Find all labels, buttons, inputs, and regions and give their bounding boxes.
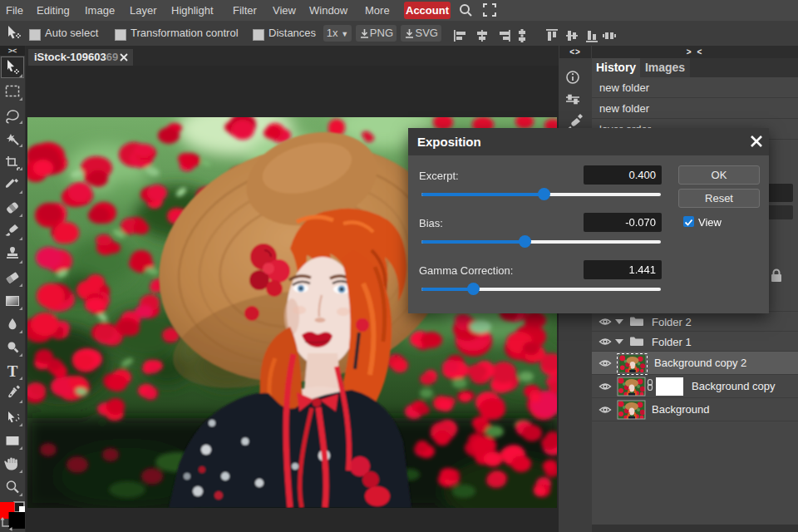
svg-text:Background copy: Background copy <box>692 380 776 392</box>
svg-text:Background: Background <box>652 403 709 416</box>
svg-text:><: >< <box>8 47 17 55</box>
svg-text:Folder 2: Folder 2 <box>652 316 692 328</box>
svg-text:T: T <box>7 362 18 380</box>
svg-text:Folder 1: Folder 1 <box>652 336 692 348</box>
svg-text:Background copy 2: Background copy 2 <box>654 357 746 369</box>
